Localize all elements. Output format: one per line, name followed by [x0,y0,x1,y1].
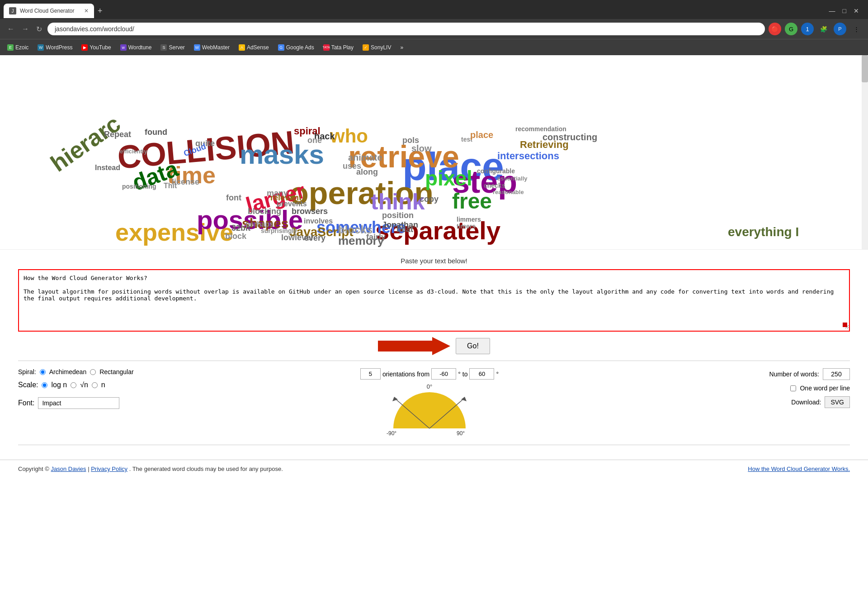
svg-text:90°: 90° [457,430,465,437]
text-input[interactable]: How the Word Cloud Generator Works? The … [19,270,849,329]
spiral-label: Spiral: [18,368,36,375]
how-it-works-link[interactable]: How the Word Cloud Generator Works. [748,466,850,472]
scale-logn-radio[interactable] [42,382,47,388]
right-options: Number of words: One word per line Downl… [705,368,850,408]
privacy-link[interactable]: Privacy Policy [91,466,127,472]
wordcloud-word: limmers [457,216,481,223]
address-input[interactable] [47,23,765,35]
download-row: Download: SVG [791,396,850,408]
wordcloud-word: efficiently [120,148,147,155]
bookmark-ezoic[interactable]: E Ezoic [4,43,32,52]
font-input[interactable] [38,397,119,409]
svg-text:0°: 0° [427,383,432,390]
wordcloud-word: pixel [425,166,472,190]
active-tab[interactable]: J Word Cloud Generator ✕ [4,4,94,18]
orientations-count-input[interactable] [360,368,381,380]
bookmark-wordtune[interactable]: w Wordtune [117,43,156,52]
bookmark-server[interactable]: S Server [157,43,188,52]
bookmark-label: Tata Play [331,44,354,51]
one-word-checkbox[interactable] [790,385,796,391]
divider-2 [18,445,850,445]
wordcloud-word: free [452,189,492,214]
as-icon: A [239,44,245,51]
orient-degree-1: ° [458,370,461,378]
bookmark-youtube[interactable]: ▶ YouTube [78,43,114,52]
wordcloud-word: intersections [497,150,559,162]
orient-to-input[interactable] [469,368,494,380]
profile-p-icon[interactable]: P [834,23,846,35]
profile-icon-green[interactable]: G [785,23,797,35]
wordcloud-word: place [470,130,493,140]
reload-button[interactable]: ↻ [34,23,44,35]
scale-n-radio[interactable] [92,382,98,388]
wordcloud-word: checks [484,182,505,189]
extensions-icon[interactable]: 1 [801,23,814,35]
wordcloud-word: everything I [728,225,799,239]
footer-right: How the Word Cloud Generator Works. [748,466,850,472]
yt-icon: ▶ [81,44,88,51]
scrollbar-track[interactable] [862,55,868,249]
scale-sqrtn-label: √n [80,381,88,389]
orientations-from-label: orientations from [382,370,429,378]
bookmarks-bar: E Ezoic W WordPress ▶ YouTube w Wordtune… [0,39,868,55]
wordcloud-area: COLLISIONplaceoperationmasksretrievestep… [0,55,868,250]
bookmark-label: Ezoic [15,44,28,51]
puzzle-icon[interactable]: 🧩 [817,23,830,35]
spiral-archimedean-radio[interactable] [40,369,46,375]
scale-sqrtn-radio[interactable] [71,382,76,388]
one-word-row: One word per line [790,385,850,392]
wordcloud-word: blocking [248,207,281,216]
controls-area: Paste your text below! How the Word Clou… [0,250,868,456]
orient-from-input[interactable] [431,368,456,380]
num-words-label: Number of words: [769,370,819,378]
orientations-row: orientations from ° to ° [360,368,499,380]
bookmark-webmaster[interactable]: W WebMaster [190,43,233,52]
left-options: Spiral: Archimedean Rectangular Scale: l… [18,368,154,409]
wordcloud-word: timers [457,223,476,230]
footer-generated-text: . The generated word clouds may be used … [129,466,283,472]
wordcloud-word: constructing [542,132,597,142]
page-content: COLLISIONplaceoperationmasksretrievestep… [0,55,868,478]
forward-button[interactable]: → [20,23,31,35]
wordcloud-word: fairly [366,233,386,242]
one-word-label: One word per line [800,385,850,392]
browser-chrome: J Word Cloud Generator ✕ + — □ ✕ ← → ↻ 🔴… [0,0,868,55]
more-label: » [400,44,403,51]
bookmark-more[interactable]: » [396,43,407,52]
author-link[interactable]: Jason Davies [51,466,86,472]
menu-icon[interactable]: ⋮ [850,23,863,35]
back-button[interactable]: ← [5,23,16,35]
footer: Copyright © Jason Davies | Privacy Polic… [0,460,868,478]
bookmark-sonyliv[interactable]: ✓ SonyLIV [359,43,395,52]
close-button[interactable]: ✕ [854,7,859,14]
go-button[interactable]: Go! [456,338,490,354]
minimize-button[interactable]: — [829,7,835,14]
bookmark-googleads[interactable]: G Google Ads [274,43,318,52]
svg-download-button[interactable]: SVG [825,396,850,408]
new-tab-button[interactable]: + [98,6,103,16]
tab-close-button[interactable]: ✕ [84,8,89,14]
tab-bar: J Word Cloud Generator ✕ + — □ ✕ [0,0,868,19]
bookmark-wordpress[interactable]: W WordPress [34,43,76,52]
bookmark-adsense[interactable]: A AdSense [235,43,273,52]
wordcloud-word: surprisingly [261,227,297,234]
footer-left: Copyright © Jason Davies | Privacy Polic… [18,466,283,472]
spiral-rectangular-radio[interactable] [90,369,96,375]
wm-icon: W [194,44,200,51]
wordcloud-word: font [226,193,241,203]
profile-icon-red[interactable]: 🔴 [769,23,781,35]
wordcloud-word: along [356,167,378,177]
num-words-input[interactable] [823,368,850,380]
download-label: Download: [791,399,821,406]
bookmark-tataplay[interactable]: TATA Tata Play [320,43,357,52]
wp-icon: W [38,44,44,51]
num-words-row: Number of words: [769,368,850,380]
wordcloud-word: who [330,125,368,147]
wordcloud-word: found [145,128,167,137]
scrollbar-thumb[interactable] [862,55,868,82]
maximize-button[interactable]: □ [843,7,846,14]
wordcloud-word: Thit [164,182,177,190]
spiral-group: Spiral: Archimedean Rectangular [18,368,154,375]
scale-n-label: n [101,381,105,389]
orient-to-label: to [462,370,468,378]
